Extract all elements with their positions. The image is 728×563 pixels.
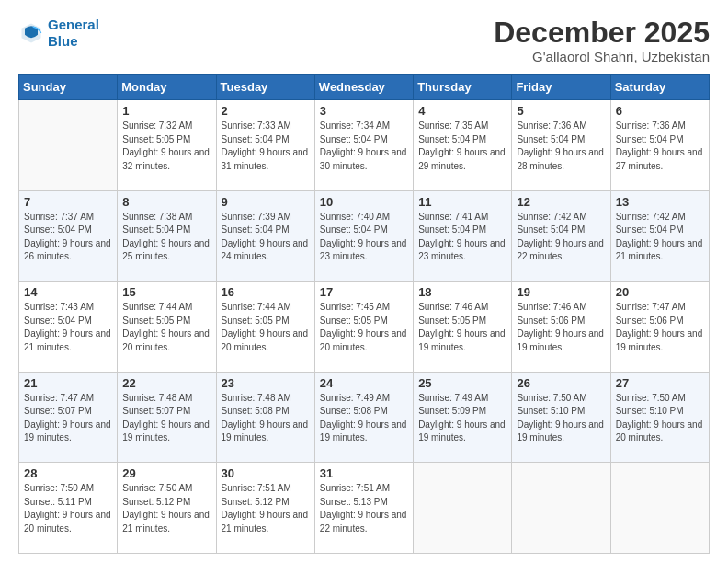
calendar-cell: 22Sunrise: 7:48 AMSunset: 5:07 PMDayligh… [118, 372, 216, 463]
day-number: 30 [222, 466, 310, 480]
day-number: 19 [517, 285, 605, 299]
calendar-body: 1Sunrise: 7:32 AMSunset: 5:05 PMDaylight… [19, 100, 710, 554]
weekday-header: Wednesday [314, 75, 413, 100]
day-number: 31 [320, 466, 408, 480]
day-info: Sunrise: 7:33 AMSunset: 5:04 PMDaylight:… [222, 120, 310, 173]
calendar-cell: 26Sunrise: 7:50 AMSunset: 5:10 PMDayligh… [512, 372, 610, 463]
day-number: 4 [418, 104, 506, 118]
day-number: 15 [122, 285, 210, 299]
day-info: Sunrise: 7:40 AMSunset: 5:04 PMDaylight:… [320, 211, 408, 264]
day-number: 23 [222, 376, 310, 390]
calendar-cell: 24Sunrise: 7:49 AMSunset: 5:08 PMDayligh… [314, 372, 413, 463]
day-info: Sunrise: 7:50 AMSunset: 5:10 PMDaylight:… [616, 392, 704, 445]
weekday-header: Monday [118, 75, 216, 100]
calendar-cell: 19Sunrise: 7:46 AMSunset: 5:06 PMDayligh… [512, 282, 610, 373]
calendar-cell: 10Sunrise: 7:40 AMSunset: 5:04 PMDayligh… [314, 190, 413, 282]
weekday-header: Tuesday [216, 75, 314, 100]
calendar-week-row: 14Sunrise: 7:43 AMSunset: 5:04 PMDayligh… [19, 282, 710, 373]
calendar-cell: 20Sunrise: 7:47 AMSunset: 5:06 PMDayligh… [610, 282, 709, 373]
calendar-week-row: 7Sunrise: 7:37 AMSunset: 5:04 PMDaylight… [19, 190, 710, 282]
calendar-cell: 14Sunrise: 7:43 AMSunset: 5:04 PMDayligh… [19, 282, 118, 373]
calendar-cell: 15Sunrise: 7:44 AMSunset: 5:05 PMDayligh… [118, 282, 216, 373]
day-info: Sunrise: 7:44 AMSunset: 5:05 PMDaylight:… [222, 301, 310, 354]
calendar-cell: 9Sunrise: 7:39 AMSunset: 5:04 PMDaylight… [216, 190, 314, 282]
calendar-cell: 27Sunrise: 7:50 AMSunset: 5:10 PMDayligh… [610, 372, 709, 463]
calendar-cell: 31Sunrise: 7:51 AMSunset: 5:13 PMDayligh… [314, 463, 413, 554]
calendar-cell: 23Sunrise: 7:48 AMSunset: 5:08 PMDayligh… [216, 372, 314, 463]
day-info: Sunrise: 7:34 AMSunset: 5:04 PMDaylight:… [320, 120, 408, 173]
day-number: 12 [517, 195, 605, 209]
day-number: 6 [616, 104, 704, 118]
day-info: Sunrise: 7:38 AMSunset: 5:04 PMDaylight:… [122, 211, 210, 264]
day-number: 27 [616, 376, 704, 390]
calendar-week-row: 28Sunrise: 7:50 AMSunset: 5:11 PMDayligh… [19, 463, 710, 554]
day-info: Sunrise: 7:36 AMSunset: 5:04 PMDaylight:… [616, 120, 704, 173]
day-info: Sunrise: 7:49 AMSunset: 5:09 PMDaylight:… [418, 392, 506, 445]
calendar-cell: 21Sunrise: 7:47 AMSunset: 5:07 PMDayligh… [19, 372, 118, 463]
calendar-cell: 29Sunrise: 7:50 AMSunset: 5:12 PMDayligh… [118, 463, 216, 554]
logo-line2: Blue [48, 33, 78, 49]
calendar-week-row: 1Sunrise: 7:32 AMSunset: 5:05 PMDaylight… [19, 100, 710, 191]
day-info: Sunrise: 7:50 AMSunset: 5:10 PMDaylight:… [517, 392, 605, 445]
calendar-cell: 30Sunrise: 7:51 AMSunset: 5:12 PMDayligh… [216, 463, 314, 554]
location: G'allaorol Shahri, Uzbekistan [494, 49, 710, 64]
day-number: 16 [222, 285, 310, 299]
day-number: 11 [418, 195, 506, 209]
day-info: Sunrise: 7:41 AMSunset: 5:04 PMDaylight:… [418, 211, 506, 264]
day-info: Sunrise: 7:43 AMSunset: 5:04 PMDaylight:… [24, 301, 112, 354]
calendar-week-row: 21Sunrise: 7:47 AMSunset: 5:07 PMDayligh… [19, 372, 710, 463]
day-info: Sunrise: 7:48 AMSunset: 5:08 PMDaylight:… [222, 392, 310, 445]
calendar-cell: 5Sunrise: 7:36 AMSunset: 5:04 PMDaylight… [512, 100, 610, 191]
weekday-header: Friday [512, 75, 610, 100]
month-title: December 2025 [494, 17, 710, 49]
day-number: 9 [222, 195, 310, 209]
day-info: Sunrise: 7:50 AMSunset: 5:12 PMDaylight:… [122, 482, 210, 535]
calendar-cell: 13Sunrise: 7:42 AMSunset: 5:04 PMDayligh… [610, 190, 709, 282]
day-info: Sunrise: 7:51 AMSunset: 5:13 PMDaylight:… [320, 482, 408, 535]
calendar-cell: 6Sunrise: 7:36 AMSunset: 5:04 PMDaylight… [610, 100, 709, 191]
calendar-cell [512, 463, 610, 554]
logo-text: General Blue [48, 17, 99, 50]
day-info: Sunrise: 7:44 AMSunset: 5:05 PMDaylight:… [122, 301, 210, 354]
calendar-cell: 17Sunrise: 7:45 AMSunset: 5:05 PMDayligh… [314, 282, 413, 373]
calendar-cell: 18Sunrise: 7:46 AMSunset: 5:05 PMDayligh… [414, 282, 512, 373]
day-number: 7 [24, 195, 112, 209]
day-number: 2 [222, 104, 310, 118]
title-section: December 2025 G'allaorol Shahri, Uzbekis… [494, 17, 710, 64]
day-info: Sunrise: 7:35 AMSunset: 5:04 PMDaylight:… [418, 120, 506, 173]
logo: General Blue [18, 17, 99, 50]
day-info: Sunrise: 7:42 AMSunset: 5:04 PMDaylight:… [616, 211, 704, 264]
calendar-cell: 2Sunrise: 7:33 AMSunset: 5:04 PMDaylight… [216, 100, 314, 191]
day-number: 3 [320, 104, 408, 118]
calendar-cell [610, 463, 709, 554]
weekday-row: SundayMondayTuesdayWednesdayThursdayFrid… [19, 75, 710, 100]
day-number: 29 [122, 466, 210, 480]
day-info: Sunrise: 7:45 AMSunset: 5:05 PMDaylight:… [320, 301, 408, 354]
calendar-cell: 12Sunrise: 7:42 AMSunset: 5:04 PMDayligh… [512, 190, 610, 282]
calendar-cell: 4Sunrise: 7:35 AMSunset: 5:04 PMDaylight… [414, 100, 512, 191]
page: General Blue December 2025 G'allaorol Sh… [0, 0, 728, 563]
day-info: Sunrise: 7:47 AMSunset: 5:06 PMDaylight:… [616, 301, 704, 354]
logo-icon [18, 20, 44, 46]
day-number: 24 [320, 376, 408, 390]
day-info: Sunrise: 7:49 AMSunset: 5:08 PMDaylight:… [320, 392, 408, 445]
day-info: Sunrise: 7:39 AMSunset: 5:04 PMDaylight:… [222, 211, 310, 264]
day-info: Sunrise: 7:32 AMSunset: 5:05 PMDaylight:… [122, 120, 210, 173]
day-number: 22 [122, 376, 210, 390]
day-info: Sunrise: 7:47 AMSunset: 5:07 PMDaylight:… [24, 392, 112, 445]
weekday-header: Saturday [610, 75, 709, 100]
weekday-header: Sunday [19, 75, 118, 100]
weekday-header: Thursday [414, 75, 512, 100]
calendar-header: SundayMondayTuesdayWednesdayThursdayFrid… [19, 75, 710, 100]
calendar-table: SundayMondayTuesdayWednesdayThursdayFrid… [18, 74, 710, 554]
day-info: Sunrise: 7:37 AMSunset: 5:04 PMDaylight:… [24, 211, 112, 264]
day-number: 21 [24, 376, 112, 390]
day-number: 8 [122, 195, 210, 209]
day-info: Sunrise: 7:46 AMSunset: 5:06 PMDaylight:… [517, 301, 605, 354]
day-info: Sunrise: 7:48 AMSunset: 5:07 PMDaylight:… [122, 392, 210, 445]
day-number: 10 [320, 195, 408, 209]
calendar-cell: 28Sunrise: 7:50 AMSunset: 5:11 PMDayligh… [19, 463, 118, 554]
day-number: 14 [24, 285, 112, 299]
day-number: 17 [320, 285, 408, 299]
day-info: Sunrise: 7:51 AMSunset: 5:12 PMDaylight:… [222, 482, 310, 535]
